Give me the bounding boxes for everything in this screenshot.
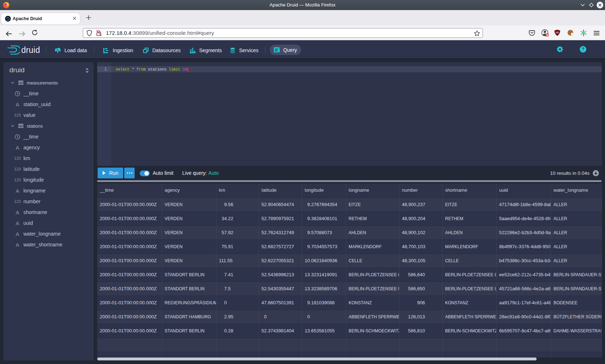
svg-text:UO: UO bbox=[556, 31, 559, 34]
svg-text:?: ? bbox=[582, 47, 584, 52]
